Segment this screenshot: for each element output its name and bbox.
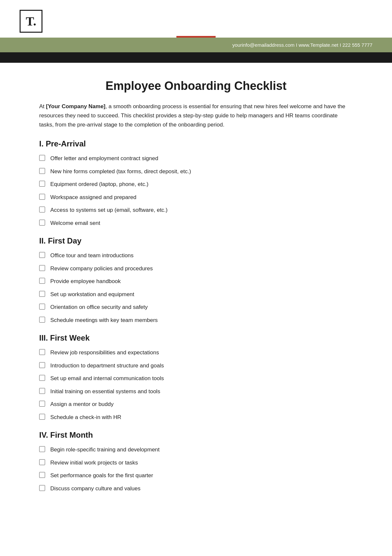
checklist-item: Begin role-specific training and develop… [39,446,353,454]
checklist-item: Assign a mentor or buddy [39,400,353,409]
section-heading-first-day: II. First Day [39,236,353,245]
checklist-section-first-week: III. First WeekReview job responsibiliti… [39,333,353,421]
checkbox-pre-arrival-1[interactable] [39,168,45,174]
sections-container: I. Pre-ArrivalOffer letter and employmen… [39,139,353,493]
checklist-item: Schedule meetings with key team members [39,316,353,325]
checkbox-first-week-5[interactable] [39,414,45,420]
checklist-item: Set up workstation and equipment [39,290,353,299]
contact-info: yourinfo@emailaddress.com I www.Template… [232,42,372,48]
item-text: Introduction to department structure and… [50,362,353,370]
checklist-item: Equipment ordered (laptop, phone, etc.) [39,180,353,189]
item-text: Begin role-specific training and develop… [50,446,353,454]
item-text: Schedule a check-in with HR [50,413,353,422]
checkbox-first-month-1[interactable] [39,459,45,465]
checklist-item: Review initial work projects or tasks [39,459,353,467]
checkbox-first-month-0[interactable] [39,446,45,452]
item-text: Workspace assigned and prepared [50,193,353,202]
header-logo-area: T. [0,0,392,33]
item-text: Welcome email sent [50,219,353,227]
checklist-item: Workspace assigned and prepared [39,193,353,202]
item-text: Review job responsibilities and expectat… [50,348,353,357]
checklist-item: Introduction to department structure and… [39,362,353,370]
header-dark-bar [0,52,392,63]
checkbox-pre-arrival-4[interactable] [39,207,45,212]
checklist-section-first-month: IV. First MonthBegin role-specific train… [39,430,353,493]
checklist-item: Welcome email sent [39,219,353,227]
checkbox-first-week-2[interactable] [39,375,45,381]
item-text: Provide employee handbook [50,277,353,286]
item-text: Orientation on office security and safet… [50,303,353,312]
checkbox-first-week-1[interactable] [39,362,45,368]
item-text: Schedule meetings with key team members [50,316,353,325]
checklist-section-pre-arrival: I. Pre-ArrivalOffer letter and employmen… [39,139,353,227]
logo-box: T. [20,10,42,33]
checkbox-pre-arrival-0[interactable] [39,155,45,161]
checkbox-first-day-0[interactable] [39,252,45,258]
checkbox-first-week-4[interactable] [39,401,45,407]
checklist-item: Schedule a check-in with HR [39,413,353,422]
checklist-item: Discuss company culture and values [39,484,353,493]
checkbox-first-week-0[interactable] [39,349,45,355]
checkbox-first-month-3[interactable] [39,485,45,491]
item-text: New hire forms completed (tax forms, dir… [50,167,353,176]
item-text: Discuss company culture and values [50,484,353,493]
item-text: Set up email and internal communication … [50,374,353,383]
item-text: Offer letter and employment contract sig… [50,154,353,163]
checklist-section-first-day: II. First DayOffice tour and team introd… [39,236,353,324]
checklist-item: New hire forms completed (tax forms, dir… [39,167,353,176]
checkbox-first-month-2[interactable] [39,472,45,478]
item-text: Equipment ordered (laptop, phone, etc.) [50,180,353,189]
company-name-bold: [Your Company Name] [46,103,106,110]
item-text: Review company policies and procedures [50,264,353,273]
checklist-item: Review job responsibilities and expectat… [39,348,353,357]
checkbox-pre-arrival-5[interactable] [39,220,45,226]
item-text: Access to systems set up (email, softwar… [50,206,353,214]
checkbox-pre-arrival-3[interactable] [39,194,45,200]
checklist-item: Offer letter and employment contract sig… [39,154,353,163]
checkbox-first-day-5[interactable] [39,317,45,323]
logo-letter: T. [26,14,36,28]
checklist-item: Access to systems set up (email, softwar… [39,206,353,214]
checkbox-first-day-4[interactable] [39,304,45,310]
checklist-item: Review company policies and procedures [39,264,353,273]
item-text: Office tour and team introductions [50,251,353,260]
item-text: Initial training on essential systems an… [50,387,353,396]
section-heading-pre-arrival: I. Pre-Arrival [39,139,353,148]
checklist-item: Initial training on essential systems an… [39,387,353,396]
section-heading-first-week: III. First Week [39,333,353,343]
checklist-item: Set performance goals for the first quar… [39,471,353,480]
section-heading-first-month: IV. First Month [39,430,353,440]
checkbox-first-day-3[interactable] [39,291,45,297]
checklist-item: Orientation on office security and safet… [39,303,353,312]
checklist-item: Office tour and team introductions [39,251,353,260]
item-text: Assign a mentor or buddy [50,400,353,409]
item-text: Set up workstation and equipment [50,290,353,299]
checkbox-first-week-3[interactable] [39,388,45,394]
checkbox-first-day-2[interactable] [39,278,45,284]
checklist-item: Provide employee handbook [39,277,353,286]
page-title: Employee Onboarding Checklist [39,79,353,93]
intro-paragraph: At [Your Company Name], a smooth onboard… [39,102,353,129]
checklist-item: Set up email and internal communication … [39,374,353,383]
header-contact-bar: yourinfo@emailaddress.com I www.Template… [0,38,392,52]
item-text: Review initial work projects or tasks [50,459,353,467]
checkbox-pre-arrival-2[interactable] [39,181,45,187]
item-text: Set performance goals for the first quar… [50,471,353,480]
main-content: Employee Onboarding Checklist At [Your C… [0,63,392,521]
checkbox-first-day-1[interactable] [39,265,45,271]
